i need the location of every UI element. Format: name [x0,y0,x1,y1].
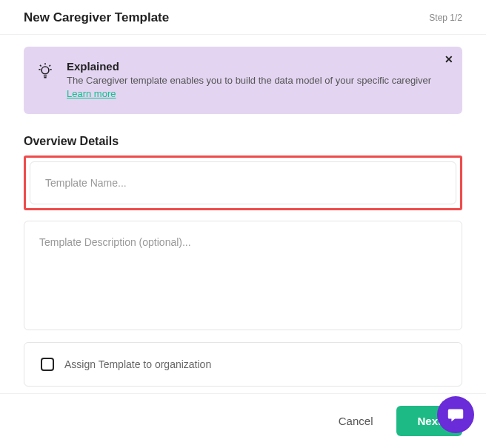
chat-fab[interactable] [437,396,474,433]
assign-org-label: Assign Template to organization [64,358,211,370]
svg-line-4 [40,65,41,67]
chat-icon [446,405,465,424]
learn-more-link[interactable]: Learn more [67,88,116,99]
close-icon[interactable]: ✕ [442,51,456,67]
info-description: The Caregiver template enables you to bu… [67,74,433,101]
svg-line-5 [49,65,50,67]
step-indicator: Step 1/2 [429,13,462,23]
page-title: New Caregiver Template [24,10,169,25]
template-description-input[interactable] [24,221,462,330]
section-title: Overview Details [24,135,462,148]
assign-org-checkbox[interactable] [41,358,54,371]
info-title: Explained [67,60,433,73]
cancel-button[interactable]: Cancel [330,407,382,435]
name-field-highlight [24,156,462,210]
info-banner: Explained The Caregiver template enables… [24,47,462,114]
template-name-input[interactable] [30,162,456,204]
svg-point-0 [41,67,49,74]
footer: Cancel Next [0,393,486,448]
assign-org-row: Assign Template to organization [24,342,462,387]
lightbulb-icon [36,60,55,101]
